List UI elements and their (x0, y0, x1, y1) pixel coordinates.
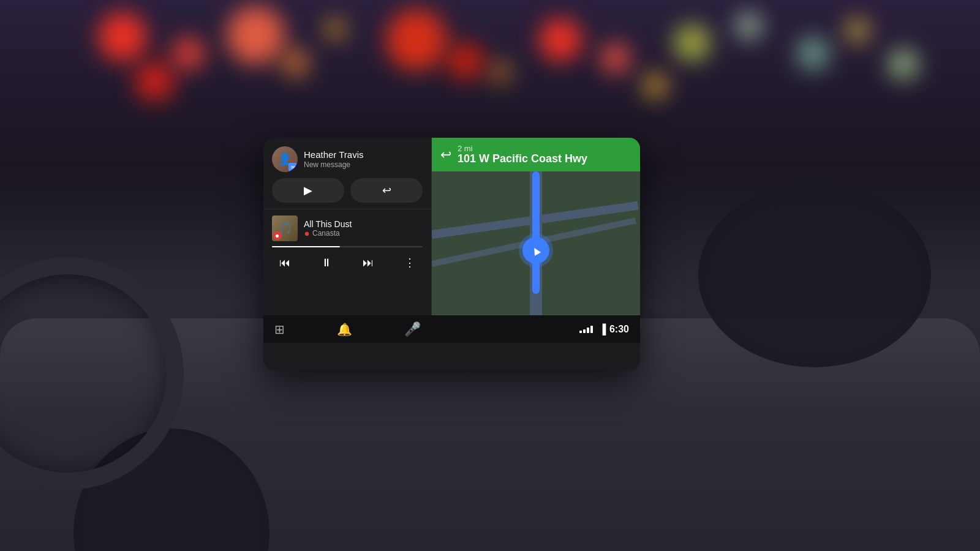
nav-header: ↩ 2 mi 101 W Pacific Coast Hwy (432, 138, 640, 171)
bokeh-circle (845, 18, 870, 43)
play-icon: ▶ (304, 184, 312, 197)
record-icon: ⏺ (304, 230, 310, 237)
bokeh-circle (386, 9, 447, 70)
bokeh-circle (490, 61, 511, 83)
nav-distance: 2 mi (458, 144, 587, 153)
bokeh-circle (539, 18, 582, 61)
pause-icon: ⏸ (321, 257, 332, 269)
bokeh-circle (135, 61, 175, 101)
bokeh-circle (796, 37, 830, 70)
bokeh-circle (735, 12, 763, 40)
reply-button[interactable]: ↩ (350, 178, 423, 203)
sender-name: Heather Travis (304, 149, 364, 160)
play-button[interactable]: ▶ (272, 178, 344, 203)
bokeh-circle (674, 24, 710, 61)
signal-bars (579, 326, 593, 333)
bokeh-circle (888, 49, 919, 80)
speaker-right (698, 184, 931, 367)
music-text-group: All This Dust ⏺ Canasta (304, 219, 352, 238)
location-marker: ▲ (522, 237, 549, 264)
prev-button[interactable]: ⏮ (274, 254, 295, 272)
bokeh-circle (447, 43, 484, 80)
turn-arrow-icon: ↩ (440, 147, 451, 163)
signal-bar-4 (590, 326, 593, 333)
prev-icon: ⏮ (279, 257, 290, 269)
record-badge (273, 231, 282, 240)
more-icon: ⋮ (404, 256, 415, 269)
notif-text-group: Heather Travis New message (304, 149, 364, 169)
bokeh-circle (227, 6, 285, 64)
album-art: 🎵 (272, 216, 298, 241)
notif-subtitle: New message (304, 160, 364, 169)
bell-icon[interactable]: 🔔 (337, 322, 352, 337)
message-badge (288, 163, 297, 171)
time-display: 6:30 (609, 324, 629, 335)
bokeh-circle (643, 73, 668, 98)
pause-button[interactable]: ⏸ (316, 254, 337, 272)
nav-street: 101 W Pacific Coast Hwy (458, 153, 587, 165)
route-line (532, 171, 540, 294)
notification-card[interactable]: 👤 Heather Travis New message ▶ ↩ (263, 138, 431, 209)
bokeh-circle (325, 18, 346, 40)
music-progress-fill (272, 246, 340, 247)
nav-info: 2 mi 101 W Pacific Coast Hwy (458, 144, 587, 165)
notif-header: 👤 Heather Travis New message (272, 146, 423, 172)
bokeh-circle (600, 43, 631, 73)
apps-icon[interactable]: ⊞ (274, 322, 285, 337)
bokeh-circle (98, 12, 147, 61)
reply-icon: ↩ (382, 184, 391, 197)
song-title: All This Dust (304, 219, 352, 230)
left-panel: 👤 Heather Travis New message ▶ ↩ (263, 138, 432, 343)
map-panel[interactable]: ▲ ↩ 2 mi 101 W Pacific Coast Hwy ✕ 28 mi… (432, 138, 640, 343)
notif-actions: ▶ ↩ (272, 178, 423, 203)
bottom-bar-left: ⊞ 🔔 🎤 (263, 315, 432, 343)
music-card: 🎵 All This Dust ⏺ Canasta ⏮ (263, 209, 431, 277)
signal-bar-2 (583, 329, 586, 333)
android-auto-display: 👤 Heather Travis New message ▶ ↩ (263, 138, 640, 370)
signal-bar-3 (587, 328, 589, 333)
location-arrow-icon: ▲ (527, 241, 545, 260)
artist-name: ⏺ Canasta (304, 229, 352, 238)
avatar: 👤 (272, 146, 298, 172)
music-controls: ⏮ ⏸ ⏭ ⋮ (272, 253, 423, 272)
signal-bar-1 (579, 331, 582, 333)
status-bar-right: ▐ 6:30 (432, 315, 640, 343)
bokeh-circle (282, 49, 309, 77)
music-header: 🎵 All This Dust ⏺ Canasta (272, 216, 423, 241)
more-button[interactable]: ⋮ (399, 253, 420, 272)
mic-icon[interactable]: 🎤 (404, 321, 421, 337)
next-icon: ⏭ (363, 257, 374, 269)
wifi-icon: ▐ (599, 324, 606, 335)
next-button[interactable]: ⏭ (358, 254, 379, 272)
music-progress-bar[interactable] (272, 246, 423, 247)
bokeh-circle (172, 37, 205, 70)
